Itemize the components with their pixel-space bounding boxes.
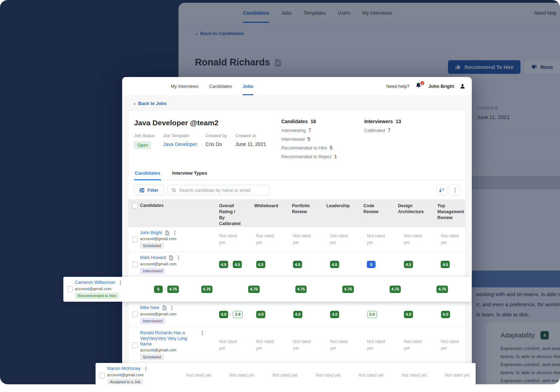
overall-rating-cell: 4.0/3.9 [207, 305, 244, 324]
rating-cell: 4.75 [283, 280, 330, 299]
overall-rating-cell: Not rated yet [207, 330, 244, 360]
document-icon [162, 305, 167, 310]
status-badge: Scheduled [140, 243, 164, 249]
rating-badge: 4.75 [201, 286, 212, 293]
rating-cell: 4.75 [236, 280, 283, 299]
row-checkbox[interactable] [132, 312, 138, 317]
back-to-jobs-link[interactable]: ‹ Back to Jobs [122, 95, 472, 110]
candidate-email: account@gmail.com [140, 262, 181, 266]
modal-nav-jobs[interactable]: Jobs [243, 77, 253, 95]
rating-badge: 4.5 [441, 261, 450, 268]
candidate-email: account@gmail.com [75, 287, 123, 291]
table-row: Mike New ⋮account@gmail.comInterviewed4.… [128, 302, 465, 327]
modal-nav-my-interviews[interactable]: My Interviews [171, 77, 198, 95]
rating-cell: 4.75 [424, 280, 471, 299]
empty-rating-text: Not rated yet [367, 233, 390, 246]
rating-badge: 5 [154, 286, 163, 293]
column-candidates: Candidates [140, 203, 163, 208]
rating-badge: 4.0 [293, 311, 302, 318]
select-all-checkbox[interactable] [132, 203, 138, 209]
rating-cell: Not rated yet [260, 366, 303, 384]
user-name[interactable]: John Bright [428, 84, 454, 89]
rating-badge: 4.0 [441, 311, 450, 318]
rating-cell: Not rated yet [392, 230, 429, 249]
candidate-name-link[interactable]: Cameron Williamson [75, 280, 115, 285]
overall-rating-cell: 5/4.75 [142, 280, 189, 299]
row-checkbox[interactable] [132, 262, 138, 267]
column-overall-rating: Overall Rating / By Calibrated [207, 203, 242, 227]
row-menu-button[interactable]: ⋮ [118, 280, 123, 286]
candidate-email: account@gmail.com [140, 348, 205, 352]
rating-cell: Not rated yet [281, 230, 318, 249]
row-menu-button[interactable]: ⋮ [200, 330, 205, 336]
column-top-management-review: Top Management Review [425, 203, 465, 221]
rating-cell: Not rated yet [355, 330, 392, 360]
rating-cell: Not rated yet [318, 230, 355, 249]
candidate-name-link[interactable]: Mike New [140, 305, 159, 310]
rating-badge: 4.0 [330, 311, 339, 318]
need-help-link[interactable]: Need help? [386, 84, 410, 89]
rating-cell: 4.75 [377, 280, 425, 299]
rating-badge: 4.0 [219, 311, 228, 318]
rating-cell: 4.0 [281, 305, 318, 324]
rating-cell: 4.75 [330, 280, 377, 299]
rating-badge: 4.75 [342, 286, 354, 293]
row-checkbox[interactable] [99, 373, 105, 378]
candidate-name-link[interactable]: John Bright [140, 230, 162, 236]
job-template-link[interactable]: Java Developer [163, 141, 197, 147]
notifications-button[interactable]: 2 [415, 82, 423, 90]
job-template-field: Job Template Java Developer [163, 133, 197, 149]
rating-cell: 4.0 [318, 305, 355, 324]
candidate-name-link[interactable]: Ronald Richards Has a VeryVeryVery Very … [140, 330, 197, 347]
interviewers-stats: Interviewers13 Calibrated7 [364, 119, 401, 159]
candidate-name-link[interactable]: Marvin McKinney [107, 366, 141, 371]
rating-badge: 4.5 [256, 261, 265, 268]
filter-icon [139, 188, 145, 192]
row-menu-button[interactable]: ⋮ [169, 305, 174, 311]
candidate-name-link[interactable]: Mark Howard [140, 255, 166, 260]
user-avatar-icon[interactable] [460, 83, 465, 89]
empty-rating-text: Not rated yet [404, 233, 427, 246]
modal-top-nav: My Interviews Candidates Jobs Need help?… [122, 77, 472, 95]
table-menu-button[interactable]: ⋮ [449, 184, 461, 196]
row-menu-button[interactable]: ⋮ [144, 366, 148, 372]
column-portfolio-review: Portfolio Review [280, 203, 314, 215]
rating-badge: 4.75 [436, 286, 448, 293]
rating-cell: 4.5 [392, 255, 429, 274]
empty-rating-text: Not rated yet [272, 372, 298, 379]
rating-badge: 4.75 [248, 286, 259, 293]
row-checkbox[interactable] [132, 237, 138, 242]
row-menu-button[interactable]: ⋮ [172, 230, 177, 236]
rating-cell: Not rated yet [433, 366, 476, 384]
column-design-architecture: Design Architecture [386, 203, 425, 215]
rating-cell: 4.0 [244, 305, 281, 324]
table-header: Candidates Overall Rating / By Calibrate… [128, 199, 465, 227]
empty-rating-text: Not rated yet [445, 372, 470, 379]
slash-separator: / [164, 287, 166, 291]
rating-cell: 4.5 [318, 255, 355, 274]
column-whiteboard: Whiteboard [242, 203, 280, 209]
table-row: Ronald Richards Has a VeryVeryVery Very … [128, 327, 465, 363]
rating-cell: Not rated yet [244, 330, 281, 360]
rating-cell: 4.5 [281, 255, 318, 274]
row-checkbox[interactable] [132, 342, 138, 348]
row-menu-button[interactable]: ⋮ [176, 255, 181, 261]
overall-rating-cell: Not rated yet [174, 366, 217, 384]
search-input[interactable] [179, 188, 266, 193]
rating-cell: 4.5 [244, 255, 281, 274]
filter-button[interactable]: Filter [134, 185, 164, 195]
rating-cell: 3.0 [355, 305, 392, 324]
empty-rating-text: Not rated yet [315, 372, 341, 379]
sort-button[interactable] [436, 184, 447, 196]
rating-badge: 4.5 [293, 261, 302, 268]
kebab-icon: ⋮ [453, 187, 458, 193]
rating-badge: 4.75 [167, 286, 178, 293]
modal-nav-candidates[interactable]: Candidates [209, 77, 232, 95]
row-checkbox[interactable] [67, 286, 73, 292]
rating-badge: 4.75 [295, 286, 307, 293]
tab-candidates[interactable]: Candidates [134, 168, 161, 180]
status-badge: Scheduled [140, 354, 164, 360]
candidate-cell: Marvin McKinney⋮account@gmail.comAssigne… [96, 366, 174, 384]
search-icon [172, 188, 176, 193]
tab-interview-types[interactable]: Interview Types [172, 168, 208, 180]
